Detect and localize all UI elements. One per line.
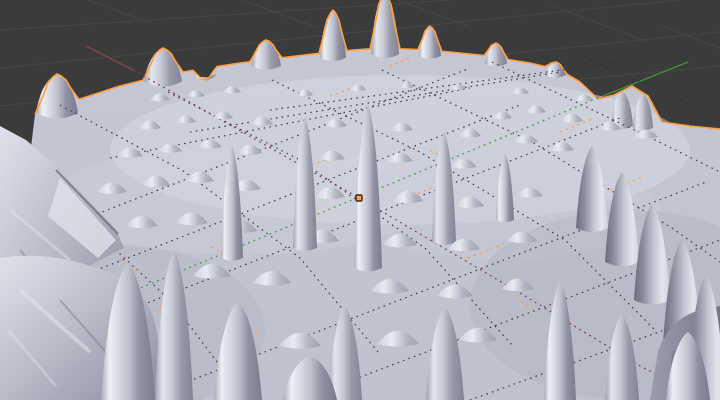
viewport-canvas[interactable]: [0, 0, 720, 400]
blender-3d-viewport[interactable]: [0, 0, 720, 400]
x-axis-line: [86, 46, 133, 70]
object-origin-dot[interactable]: [356, 195, 362, 201]
